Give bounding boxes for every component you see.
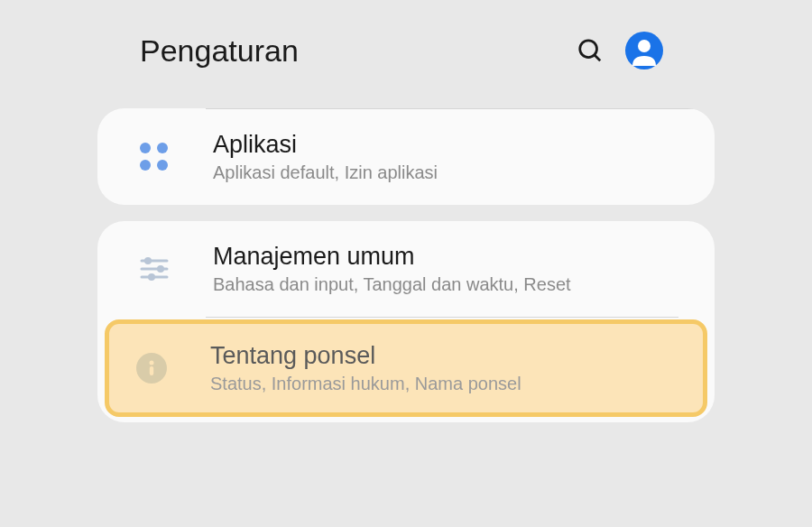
search-icon[interactable] (577, 37, 604, 64)
svg-point-0 (580, 41, 597, 58)
page-title: Pengaturan (140, 33, 299, 69)
general-management-item[interactable]: Manajemen umum Bahasa dan input, Tanggal… (97, 221, 715, 317)
header-actions (577, 32, 663, 69)
svg-point-9 (148, 273, 155, 281)
general-title: Manajemen umum (213, 243, 686, 271)
info-icon (129, 346, 174, 391)
apps-title: Aplikasi (213, 131, 686, 159)
divider (206, 317, 678, 318)
apps-icon (132, 134, 177, 180)
apps-text: Aplikasi Aplikasi default, Izin aplikasi (213, 131, 686, 183)
svg-point-7 (157, 265, 164, 273)
svg-rect-11 (150, 366, 153, 375)
general-text: Manajemen umum Bahasa dan input, Tanggal… (213, 243, 686, 295)
general-card: Manajemen umum Bahasa dan input, Tanggal… (97, 221, 715, 422)
svg-point-10 (150, 361, 154, 365)
about-text: Tentang ponsel Status, Informasi hukum, … (210, 342, 685, 394)
svg-point-3 (638, 40, 651, 52)
general-subtitle: Bahasa dan input, Tanggal dan waktu, Res… (213, 274, 686, 295)
about-phone-item[interactable]: Tentang ponsel Status, Informasi hukum, … (105, 319, 707, 417)
apps-item[interactable]: Aplikasi Aplikasi default, Izin aplikasi (97, 109, 715, 205)
apps-card: Aplikasi Aplikasi default, Izin aplikasi (97, 108, 715, 205)
about-subtitle: Status, Informasi hukum, Nama ponsel (210, 374, 685, 394)
svg-point-5 (144, 257, 152, 264)
apps-subtitle: Aplikasi default, Izin aplikasi (213, 162, 686, 183)
settings-header: Pengaturan (0, 0, 812, 92)
svg-line-1 (595, 55, 600, 60)
about-title: Tentang ponsel (210, 342, 685, 370)
profile-icon[interactable] (625, 32, 663, 69)
sliders-icon (132, 246, 177, 291)
